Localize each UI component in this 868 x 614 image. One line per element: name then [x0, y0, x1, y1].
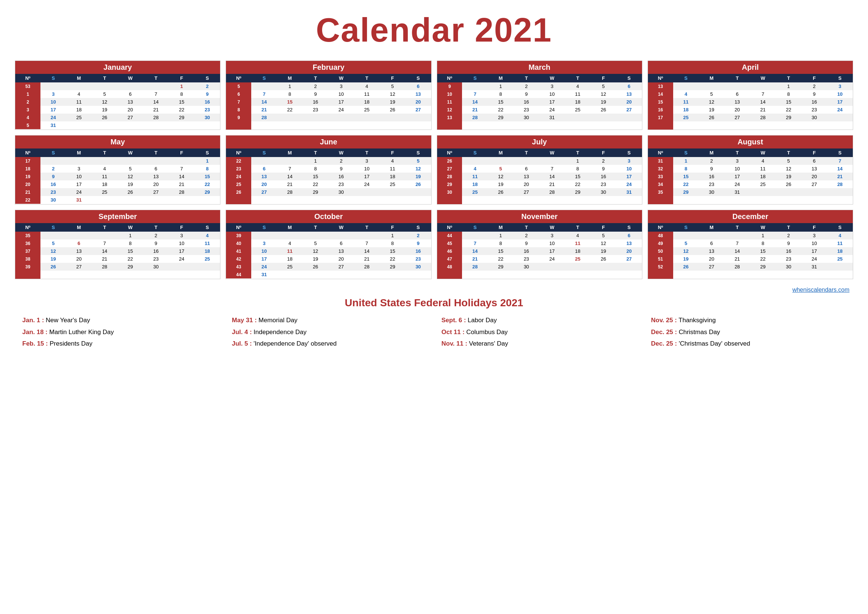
- calendar-cell: 25: [66, 113, 91, 121]
- calendar-cell: 23: [514, 255, 539, 263]
- calendar-cell: 13: [329, 247, 354, 255]
- calendar-cell: 18: [673, 106, 699, 113]
- calendar-cell: [750, 271, 776, 279]
- calendar-cell: 25: [462, 188, 488, 196]
- calendar-cell: 29: [673, 188, 699, 196]
- calendar-cell: 3: [539, 232, 565, 239]
- holiday-date: Nov. 11 :: [442, 340, 469, 347]
- calendar-cell: 11: [354, 90, 380, 98]
- calendar-cell: [40, 232, 66, 239]
- calendar-cell: 20: [329, 255, 354, 263]
- calendar-cell: 17: [539, 247, 565, 255]
- calendar-cell: 15: [673, 173, 699, 180]
- calendar-cell: [66, 121, 91, 129]
- calendar-cell: [303, 113, 329, 121]
- month-table: NºSMTWTFS3512343656789101137121314151617…: [15, 223, 220, 279]
- calendar-cell: 9: [143, 239, 169, 247]
- calendar-cell: 9: [329, 165, 354, 173]
- calendar-cell: 3: [539, 82, 565, 90]
- calendar-cell: 30: [437, 188, 462, 196]
- holiday-column: May 31 : Memorial DayJul. 4 : Independen…: [232, 316, 427, 351]
- calendar-cell: 13: [724, 98, 750, 106]
- calendar-cell: 16: [405, 247, 431, 255]
- calendar-cell: 23: [776, 255, 801, 263]
- calendar-cell: 15: [750, 247, 776, 255]
- calendar-cell: 38: [15, 255, 40, 263]
- calendar-cell: 8: [117, 239, 143, 247]
- calendar-cell: 14: [277, 173, 302, 180]
- calendar-cell: 29: [776, 113, 801, 121]
- calendar-cell: 2: [40, 165, 66, 173]
- calendar-cell: 17: [616, 173, 642, 180]
- calendar-cell: 7: [827, 157, 853, 165]
- calendar-cell: 13: [514, 173, 539, 180]
- calendar-cell: 25: [91, 188, 117, 196]
- calendar-cell: [380, 196, 405, 204]
- calendar-cell: 20: [616, 247, 642, 255]
- calendar-cell: 21: [724, 255, 750, 263]
- calendar-cell: 16: [514, 98, 539, 106]
- calendar-cell: [194, 196, 220, 204]
- calendar-cell: [462, 196, 488, 204]
- calendar-cell: 30: [591, 188, 616, 196]
- calendar-cell: 41: [226, 247, 251, 255]
- calendar-cell: 22: [380, 255, 405, 263]
- calendar-cell: 12: [117, 173, 143, 180]
- calendar-cell: 15: [488, 98, 514, 106]
- calendar-cell: 28: [539, 188, 565, 196]
- calendar-cell: 24: [616, 180, 642, 188]
- calendar-cell: [565, 263, 591, 271]
- calendar-cell: [699, 271, 724, 279]
- website-link[interactable]: wheniscalendars.com: [15, 287, 849, 293]
- calendar-cell: 3: [801, 232, 827, 239]
- month-header: October: [226, 210, 431, 223]
- calendar-cell: 28: [437, 173, 462, 180]
- calendar-cell: 28: [827, 180, 853, 188]
- calendar-cell: 24: [827, 106, 853, 113]
- calendar-cell: 30: [194, 113, 220, 121]
- calendar-cell: [488, 271, 514, 279]
- calendar-cell: 30: [514, 263, 539, 271]
- calendar-cell: [169, 196, 194, 204]
- calendar-cell: 16: [591, 173, 616, 180]
- calendar-cell: 22: [750, 255, 776, 263]
- calendar-cell: [169, 263, 194, 271]
- calendar-cell: 9: [801, 90, 827, 98]
- calendar-cell: 27: [405, 106, 431, 113]
- calendar-cell: 1: [303, 157, 329, 165]
- calendar-cell: [437, 271, 462, 279]
- calendar-cell: 17: [724, 173, 750, 180]
- calendar-cell: 22: [488, 106, 514, 113]
- calendar-cell: 23: [699, 180, 724, 188]
- calendar-cell: 30: [329, 188, 354, 196]
- calendar-cell: 27: [616, 106, 642, 113]
- calendar-cell: 23: [405, 255, 431, 263]
- calendar-cell: [354, 188, 380, 196]
- calendar-cell: 27: [514, 188, 539, 196]
- holiday-name: 'Christmas Day' observed: [679, 340, 750, 347]
- calendar-cell: [724, 232, 750, 239]
- holiday-name: Christmas Day: [679, 329, 720, 336]
- calendar-cell: 17: [648, 113, 673, 121]
- month-header: September: [15, 210, 220, 223]
- month-block: AugustNºSMTWTFS3112345673289101112131433…: [648, 135, 853, 205]
- month-header: January: [15, 61, 220, 74]
- month-table: NºSMTWTFS4412345645789101112134614151617…: [437, 223, 642, 279]
- calendar-cell: 3: [354, 157, 380, 165]
- calendar-cell: 8: [303, 165, 329, 173]
- calendar-cell: [169, 271, 194, 279]
- calendar-cell: 12: [591, 239, 616, 247]
- calendar-cell: 17: [329, 98, 354, 106]
- month-table: NºSMTWTFS3912403456789411011121314151642…: [226, 223, 431, 278]
- holiday-date: Sept. 6 :: [442, 317, 468, 324]
- holiday-name: New Year's Day: [46, 317, 90, 324]
- calendar-cell: [673, 232, 699, 239]
- calendar-cell: 11: [194, 239, 220, 247]
- calendar-cell: [776, 271, 801, 279]
- calendar-cell: 23: [226, 165, 251, 173]
- calendar-cell: 33: [648, 173, 673, 180]
- calendar-cell: 27: [437, 165, 462, 173]
- calendar-cell: [303, 121, 329, 130]
- calendar-cell: [169, 121, 194, 129]
- calendar-cell: 1: [117, 232, 143, 239]
